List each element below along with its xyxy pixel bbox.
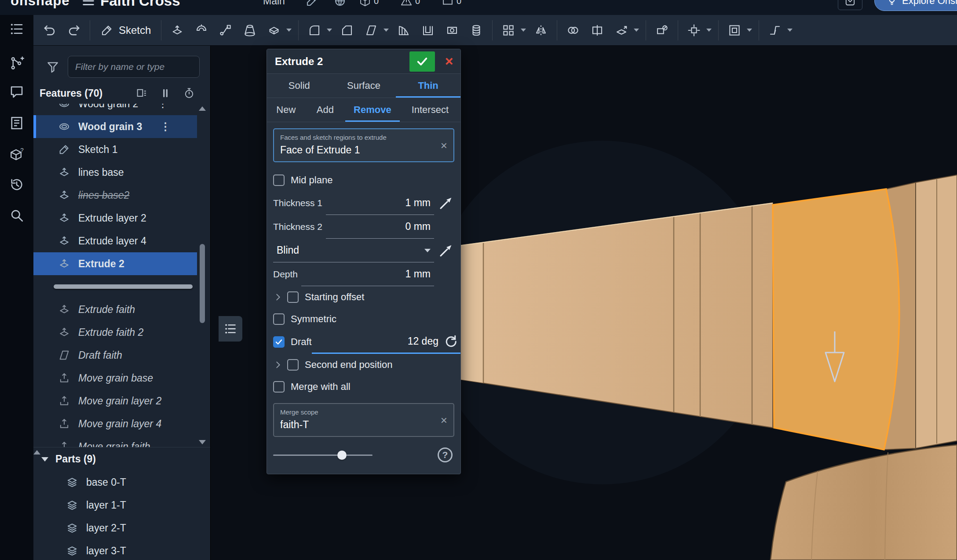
part-row[interactable]: base 0-T bbox=[33, 471, 197, 494]
explore-button[interactable]: Explore Onsh bbox=[874, 0, 957, 11]
chevron-down-icon[interactable] bbox=[41, 457, 48, 462]
feature-row[interactable]: Move grain faith bbox=[33, 435, 197, 447]
clear-selection-icon[interactable]: × bbox=[441, 413, 447, 427]
help-icon[interactable]: ? bbox=[438, 447, 453, 462]
chevron-right-icon[interactable] bbox=[273, 292, 283, 302]
thickness2-input[interactable]: 0 mm bbox=[326, 215, 434, 239]
opacity-slider[interactable] bbox=[273, 448, 373, 462]
split-icon[interactable] bbox=[587, 19, 607, 41]
fillet-icon[interactable] bbox=[304, 19, 325, 41]
filter-icon[interactable] bbox=[46, 60, 60, 74]
tab-surface[interactable]: Surface bbox=[332, 74, 396, 98]
chevron-down-icon[interactable] bbox=[521, 29, 526, 32]
flip-direction-icon[interactable] bbox=[438, 242, 454, 259]
depth-input[interactable]: 1 mm bbox=[301, 262, 434, 286]
chamfer-icon[interactable] bbox=[337, 19, 357, 41]
context-menu-icon[interactable]: ⋮ bbox=[160, 120, 171, 133]
second-end-checkbox[interactable] bbox=[287, 359, 299, 371]
feature-row-selected[interactable]: Extrude 2 bbox=[33, 252, 197, 275]
symmetric-checkbox[interactable] bbox=[273, 313, 285, 325]
feature-row[interactable]: Extrude layer 4 bbox=[33, 229, 197, 252]
boolean-icon[interactable] bbox=[563, 19, 583, 41]
sheet-metal-icon[interactable] bbox=[765, 19, 785, 41]
redo-button[interactable] bbox=[64, 19, 84, 41]
chevron-down-icon[interactable] bbox=[384, 29, 389, 32]
parts-header[interactable]: Parts (9) bbox=[33, 447, 210, 471]
scroll-down-icon[interactable] bbox=[199, 440, 206, 444]
edit-icon[interactable] bbox=[305, 0, 318, 7]
feature-row[interactable]: Wood grain 2 ⋮ bbox=[33, 104, 197, 115]
chevron-down-icon[interactable] bbox=[327, 29, 332, 32]
feature-row[interactable]: lines base bbox=[33, 161, 197, 184]
feature-row[interactable]: Extrude layer 2 bbox=[33, 207, 197, 229]
chevron-down-icon[interactable] bbox=[787, 29, 793, 32]
notes-icon[interactable] bbox=[9, 115, 25, 131]
feature-row[interactable]: Move grain layer 4 bbox=[33, 412, 197, 435]
globe-icon[interactable] bbox=[333, 0, 347, 7]
tree-options-icon[interactable] bbox=[135, 87, 148, 99]
thickness1-input[interactable]: 1 mm bbox=[326, 191, 434, 215]
cancel-button[interactable]: × bbox=[439, 51, 459, 72]
scroll-up-icon[interactable] bbox=[199, 106, 206, 111]
tab-thin[interactable]: Thin bbox=[396, 74, 460, 98]
scroll-up-icon[interactable] bbox=[33, 450, 40, 455]
clear-selection-icon[interactable]: × bbox=[441, 138, 447, 152]
chevron-down-icon[interactable] bbox=[747, 29, 752, 32]
chevron-down-icon[interactable] bbox=[706, 29, 712, 32]
linear-pattern-icon[interactable] bbox=[498, 19, 519, 41]
frame-icon[interactable] bbox=[724, 19, 745, 41]
feature-row[interactable]: Move grain base bbox=[33, 367, 197, 389]
versions-counter[interactable]: 0 bbox=[359, 0, 379, 7]
shell-icon[interactable] bbox=[418, 19, 438, 41]
tab-add[interactable]: Add bbox=[305, 98, 346, 122]
merge-all-checkbox[interactable] bbox=[273, 381, 285, 393]
extrude-icon[interactable] bbox=[167, 19, 187, 41]
alerts-counter[interactable]: 0 bbox=[400, 0, 420, 7]
end-condition-select[interactable]: Blind bbox=[273, 239, 434, 262]
chevron-right-icon[interactable] bbox=[273, 360, 283, 370]
part-row[interactable]: layer 3-T bbox=[33, 539, 197, 560]
pause-icon[interactable] bbox=[159, 87, 172, 99]
revolve-icon[interactable] bbox=[191, 19, 212, 41]
panel-toggle-button[interactable] bbox=[219, 316, 242, 342]
modify-fillet-icon[interactable] bbox=[611, 19, 632, 41]
tab-new[interactable]: New bbox=[267, 98, 305, 122]
scrollbar-thumb[interactable] bbox=[200, 244, 205, 323]
tab-intersect[interactable]: Intersect bbox=[400, 98, 460, 122]
thicken-icon[interactable] bbox=[264, 19, 284, 41]
version-manager-button[interactable] bbox=[838, 0, 862, 10]
feature-row[interactable]: Extrude faith bbox=[33, 298, 197, 321]
tab-remove[interactable]: Remove bbox=[345, 98, 399, 122]
feature-row[interactable]: Draft faith bbox=[33, 344, 197, 367]
merge-scope-field[interactable]: Merge scope faith-T × bbox=[273, 403, 454, 437]
flip-direction-icon[interactable] bbox=[438, 195, 454, 211]
search-icon[interactable] bbox=[9, 207, 25, 223]
feature-row[interactable]: Extrude faith 2 bbox=[33, 321, 197, 344]
feature-list-icon[interactable] bbox=[9, 21, 25, 37]
branch-name[interactable]: Main bbox=[263, 0, 285, 7]
chevron-down-icon[interactable] bbox=[286, 29, 292, 32]
mid-plane-checkbox[interactable] bbox=[273, 175, 285, 186]
feature-row[interactable]: Wood grain 3 ⋮ bbox=[33, 115, 197, 138]
context-menu-icon[interactable]: ⋮ bbox=[157, 104, 168, 110]
tabs-counter[interactable]: 0 bbox=[442, 0, 461, 7]
rib-icon[interactable] bbox=[394, 19, 414, 41]
history-icon[interactable] bbox=[9, 177, 25, 193]
draft-checkbox[interactable] bbox=[273, 336, 285, 348]
draft-angle-input[interactable]: 12 deg bbox=[312, 335, 443, 347]
hole-icon[interactable] bbox=[442, 19, 462, 41]
feature-row[interactable]: Sketch 1 bbox=[33, 138, 197, 161]
comments-icon[interactable] bbox=[9, 84, 25, 100]
confirm-button[interactable] bbox=[409, 51, 435, 72]
transform-icon[interactable] bbox=[684, 19, 704, 41]
menu-icon[interactable] bbox=[81, 0, 96, 8]
undo-button[interactable] bbox=[40, 19, 60, 41]
filter-input[interactable] bbox=[68, 56, 200, 78]
reset-icon[interactable] bbox=[443, 334, 459, 349]
stopwatch-icon[interactable] bbox=[183, 87, 195, 99]
rollback-bar[interactable] bbox=[33, 275, 197, 298]
starting-offset-checkbox[interactable] bbox=[287, 291, 299, 303]
feature-row[interactable]: lines base2 bbox=[33, 184, 197, 207]
selected-face-highlight[interactable] bbox=[773, 189, 899, 450]
sweep-icon[interactable] bbox=[216, 19, 236, 41]
